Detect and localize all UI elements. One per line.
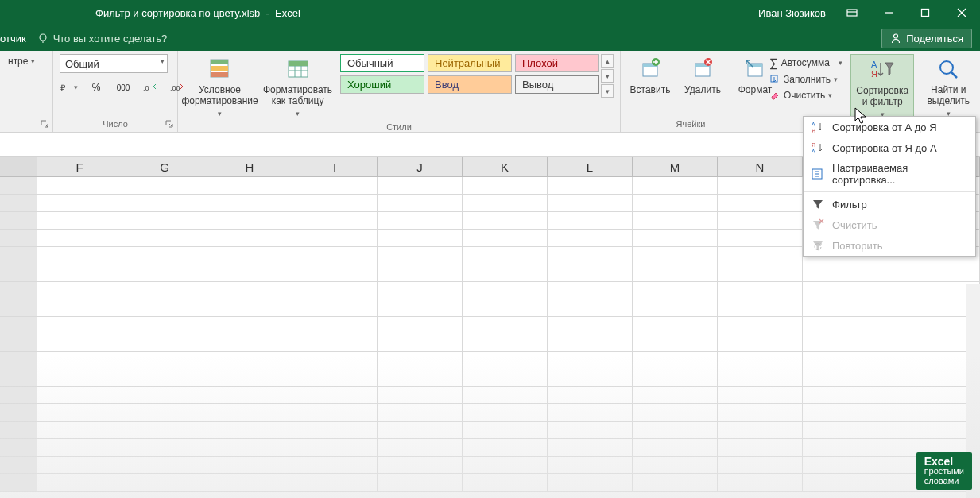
col-header[interactable]: J bbox=[378, 157, 463, 176]
fill-button[interactable]: Заполнить▾ bbox=[768, 72, 844, 87]
window-title: Фильтр и сортировка по цвету.xlsb - Exce… bbox=[95, 7, 300, 19]
increase-decimal-button[interactable]: .0 bbox=[141, 78, 160, 97]
col-header[interactable]: F bbox=[37, 157, 122, 176]
svg-text:A: A bbox=[812, 122, 815, 127]
svg-point-33 bbox=[940, 61, 953, 74]
sort-filter-icon: AЯ bbox=[869, 56, 896, 83]
group-styles-label: Стили bbox=[184, 121, 614, 133]
sort-filter-dropdown: AЯ Сортировка от А до Я ЯA Сортировка от… bbox=[803, 116, 976, 257]
user-name: Иван Зюзиков bbox=[758, 7, 826, 19]
percent-button[interactable]: % bbox=[87, 78, 106, 97]
insert-cells-button[interactable]: Вставить bbox=[627, 54, 673, 97]
col-header[interactable]: G bbox=[122, 157, 207, 176]
col-header[interactable]: K bbox=[463, 157, 548, 176]
accounting-format-button[interactable]: ₽▾ bbox=[60, 78, 79, 97]
find-select-button[interactable]: Найти и выделить▾ bbox=[920, 54, 976, 121]
number-format-value: Общий bbox=[65, 58, 99, 70]
sort-az-item[interactable]: AЯ Сортировка от А до Я bbox=[804, 117, 975, 137]
svg-rect-21 bbox=[289, 61, 308, 66]
svg-text:Я: Я bbox=[871, 69, 877, 79]
clear-button[interactable]: Очистить▾ bbox=[768, 88, 844, 102]
svg-text:A: A bbox=[871, 60, 877, 69]
svg-rect-15 bbox=[211, 72, 228, 77]
person-icon bbox=[890, 33, 901, 44]
clear-filter-item: Очистить bbox=[804, 214, 975, 235]
sort-az-icon: AЯ bbox=[812, 121, 824, 133]
clear-funnel-icon bbox=[812, 218, 824, 231]
col-header[interactable]: H bbox=[207, 157, 292, 176]
col-header[interactable]: L bbox=[548, 157, 633, 176]
group-alignment: нтре▾ bbox=[0, 51, 53, 132]
tab-stub[interactable]: отчик bbox=[0, 33, 26, 44]
style-normal[interactable]: Обычный bbox=[340, 54, 424, 72]
style-neutral[interactable]: Нейтральный bbox=[428, 54, 512, 72]
fill-down-icon bbox=[769, 74, 781, 85]
center-align-button[interactable]: нтре▾ bbox=[6, 54, 37, 68]
delete-icon bbox=[689, 56, 716, 83]
dialog-launcher-icon[interactable] bbox=[40, 119, 49, 129]
tell-me-placeholder: Что вы хотите сделать? bbox=[53, 33, 168, 44]
tell-me-search[interactable]: Что вы хотите сделать? bbox=[37, 33, 168, 44]
select-all-corner[interactable] bbox=[0, 157, 37, 176]
reapply-icon bbox=[812, 239, 824, 252]
delete-cells-button[interactable]: Удалить bbox=[680, 54, 726, 97]
titlebar: Фильтр и сортировка по цвету.xlsb - Exce… bbox=[0, 0, 980, 25]
svg-point-6 bbox=[40, 34, 46, 41]
group-number: Общий ▾ ₽▾ % 000 .0 .00 Число bbox=[53, 51, 178, 132]
svg-rect-13 bbox=[211, 60, 228, 64]
share-button[interactable]: Поделиться bbox=[881, 29, 972, 48]
style-bad[interactable]: Плохой bbox=[515, 54, 599, 72]
group-styles: Условное форматирование▾ Форматировать к… bbox=[178, 51, 621, 132]
number-format-combo[interactable]: Общий ▾ bbox=[60, 54, 168, 73]
close-button[interactable] bbox=[943, 0, 980, 25]
sort-za-item[interactable]: ЯA Сортировка от Я до А bbox=[804, 137, 975, 158]
filter-item[interactable]: Фильтр bbox=[804, 194, 975, 214]
filename: Фильтр и сортировка по цвету.xlsb bbox=[95, 7, 260, 19]
eraser-icon bbox=[769, 90, 781, 101]
col-header[interactable]: I bbox=[292, 157, 378, 176]
custom-sort-item[interactable]: Настраиваемая сортировка... bbox=[804, 158, 975, 190]
svg-line-34 bbox=[951, 72, 957, 78]
conditional-formatting-icon bbox=[207, 56, 234, 83]
sigma-icon: ∑ bbox=[769, 56, 778, 69]
gallery-scroll-down[interactable]: ▾ bbox=[601, 69, 614, 83]
svg-rect-3 bbox=[922, 10, 929, 17]
group-cells: Вставить Удалить Формат Ячейки bbox=[621, 51, 761, 132]
ribbon-display-options-button[interactable] bbox=[834, 0, 870, 25]
lightbulb-icon bbox=[37, 33, 48, 44]
group-cells-label: Ячейки bbox=[627, 118, 754, 132]
share-label: Поделиться bbox=[906, 33, 963, 44]
cell-styles-gallery[interactable]: Обычный Нейтральный Плохой Хороший Ввод … bbox=[340, 54, 599, 98]
sort-za-icon: ЯA bbox=[812, 141, 824, 154]
app-name: Excel bbox=[275, 7, 300, 19]
svg-text:Я: Я bbox=[812, 128, 815, 133]
gallery-more[interactable]: ▾ bbox=[601, 84, 614, 98]
dialog-launcher-icon[interactable] bbox=[165, 119, 174, 129]
svg-text:₽: ₽ bbox=[60, 83, 66, 92]
funnel-icon bbox=[812, 198, 824, 210]
col-header[interactable]: M bbox=[633, 157, 718, 176]
magnifier-icon bbox=[935, 56, 962, 83]
style-input[interactable]: Ввод bbox=[428, 75, 512, 94]
conditional-formatting-button[interactable]: Условное форматирование▾ bbox=[184, 54, 255, 121]
ribbon-tabs-bar: отчик Что вы хотите сделать? Поделиться bbox=[0, 25, 980, 51]
style-good[interactable]: Хороший bbox=[340, 75, 424, 94]
watermark-brand: Excel bbox=[924, 457, 964, 466]
gallery-scroll-up[interactable]: ▴ bbox=[601, 54, 614, 68]
svg-point-8 bbox=[894, 34, 898, 38]
svg-rect-14 bbox=[211, 66, 228, 71]
minimize-button[interactable] bbox=[870, 0, 907, 25]
video-watermark: Excel простыми словами bbox=[916, 452, 972, 490]
sort-and-filter-button[interactable]: AЯ Сортировка и фильтр▾ bbox=[850, 54, 914, 122]
style-output[interactable]: Вывод bbox=[515, 75, 599, 94]
chevron-down-icon: ▾ bbox=[161, 57, 165, 65]
svg-rect-0 bbox=[847, 10, 857, 16]
comma-button[interactable]: 000 bbox=[114, 78, 133, 97]
reapply-filter-item: Повторить bbox=[804, 235, 975, 256]
format-as-table-button[interactable]: Форматировать как таблицу▾ bbox=[261, 54, 334, 121]
table-icon bbox=[285, 56, 312, 83]
maximize-button[interactable] bbox=[907, 0, 943, 25]
autosum-button[interactable]: ∑ Автосумма ▾ bbox=[768, 54, 844, 71]
col-header[interactable]: N bbox=[718, 157, 803, 176]
dropdown-caret-icon: ▾ bbox=[31, 57, 35, 65]
